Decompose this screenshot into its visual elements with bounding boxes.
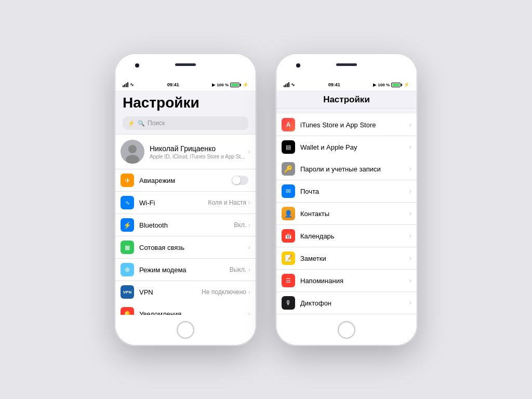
hotspot-value: Выкл.: [230, 266, 246, 273]
location-icon-1: ▶: [212, 83, 215, 87]
settings-group-1: ✈ Авиарежим ∿ Wi-Fi Коля и Настя: [115, 169, 256, 303]
notes-chevron: ›: [409, 255, 411, 262]
passwords-icon: 🔑: [282, 162, 295, 176]
wifi-icon-2: ∿: [291, 82, 295, 87]
search-icon-1: ⚡: [128, 120, 135, 127]
iphone-bottom-1: [115, 315, 256, 345]
wifi-chevron: ›: [248, 199, 250, 206]
settings-item-wifi[interactable]: ∿ Wi-Fi Коля и Настя ›: [115, 192, 256, 214]
wallet-label: Wallet и Apple Pay: [300, 143, 409, 151]
notifications-icon: 🔔: [121, 307, 134, 315]
charge-icon-1: ⚡: [243, 82, 248, 87]
settings-item-calendar[interactable]: 📅 Календарь ›: [276, 225, 417, 247]
settings-group-2: 🔔 Уведомления ›: [115, 303, 256, 315]
mail-chevron: ›: [409, 188, 411, 195]
contacts-label: Контакты: [300, 210, 409, 218]
settings-item-bluetooth[interactable]: ⚡ Bluetooth Вкл. ›: [115, 214, 256, 236]
settings-item-vpn[interactable]: VPN VPN Не подключено ›: [115, 281, 256, 303]
settings-item-voice[interactable]: 🎙 Диктофон ›: [276, 292, 417, 314]
settings-item-passwords[interactable]: 🔑 Пароли и учетные записи ›: [276, 158, 417, 180]
settings-item-mail[interactable]: ✉ Почта ›: [276, 180, 417, 203]
notifications-chevron: ›: [248, 310, 250, 315]
wallet-icon: ▤: [282, 140, 295, 154]
screen-2: Настройки A iTunes Store и App Store › ▤: [276, 90, 417, 315]
status-left-2: ∿: [284, 82, 295, 87]
vpn-chevron: ›: [248, 288, 250, 296]
status-right-2: ▶ 100 % ⚡: [373, 82, 409, 87]
svg-point-1: [128, 145, 137, 153]
profile-sub-1: Apple ID, iCloud, iTunes Store и App St.…: [150, 154, 248, 159]
passwords-label: Пароли и учетные записи: [300, 165, 409, 173]
cellular-label: Сотовая связь: [139, 244, 248, 251]
reminders-chevron: ›: [409, 277, 411, 284]
itunes-label: iTunes Store и App Store: [300, 121, 409, 129]
calendar-label: Календарь: [300, 232, 409, 240]
page-title-1: Настройки: [115, 90, 256, 114]
status-right-1: ▶ 100 % ⚡: [212, 82, 248, 87]
settings-item-contacts[interactable]: 👤 Контакты ›: [276, 203, 417, 225]
notifications-label: Уведомления: [139, 310, 248, 315]
vpn-icon: VPN: [121, 285, 134, 299]
vpn-value: Не подключено: [202, 288, 246, 296]
iphone-top-1: [115, 54, 256, 79]
notes-icon: 📝: [282, 251, 295, 265]
home-button-1[interactable]: [177, 321, 194, 339]
settings-item-reminders[interactable]: ☰ Напоминания ›: [276, 270, 417, 292]
contacts-icon: 👤: [282, 207, 295, 220]
wifi-value: Коля и Настя: [208, 199, 246, 206]
settings-item-itunes[interactable]: A iTunes Store и App Store ›: [276, 114, 417, 136]
notes-label: Заметки: [300, 255, 409, 262]
battery-1: [230, 83, 241, 87]
contacts-chevron: ›: [409, 210, 411, 217]
signal-bars-2: [284, 82, 289, 87]
bluetooth-chevron: ›: [248, 221, 250, 229]
camera-2: [296, 63, 300, 68]
hotspot-icon: ⊕: [121, 263, 134, 276]
settings-item-airplane[interactable]: ✈ Авиарежим: [115, 169, 256, 192]
passwords-chevron: ›: [409, 165, 411, 172]
voice-icon: 🎙: [282, 296, 295, 310]
charge-icon-2: ⚡: [404, 82, 409, 87]
cellular-icon: ▦: [121, 241, 134, 254]
vpn-label: VPN: [139, 288, 202, 296]
search-magnifier-1: 🔍: [138, 120, 145, 127]
battery-text-1: 100 %: [217, 83, 229, 87]
speaker-2: [336, 63, 357, 66]
profile-row-1[interactable]: Николай Грицаенко Apple ID, iCloud, iTun…: [115, 134, 256, 169]
search-bar-1[interactable]: ⚡ 🔍 Поиск: [123, 116, 248, 130]
airplane-icon: ✈: [121, 174, 134, 187]
iphone-bottom-2: [276, 315, 417, 345]
calendar-icon: 📅: [282, 229, 295, 243]
screen-1: Настройки ⚡ 🔍 Поиск: [115, 90, 256, 315]
settings-item-hotspot[interactable]: ⊕ Режим модема Выкл. ›: [115, 259, 256, 281]
wifi-label: Wi-Fi: [139, 199, 208, 207]
battery-2: [391, 83, 402, 87]
iphone-top-2: [276, 54, 417, 79]
mail-label: Почта: [300, 188, 409, 195]
phones-container: ∿ 09:41 ▶ 100 % ⚡ На: [115, 54, 417, 345]
settings-group-3: A iTunes Store и App Store › ▤ Wallet и …: [276, 114, 417, 158]
calendar-chevron: ›: [409, 232, 411, 240]
settings-item-wallet[interactable]: ▤ Wallet и Apple Pay ›: [276, 136, 417, 158]
time-1: 09:41: [167, 82, 179, 87]
home-button-2[interactable]: [338, 321, 355, 339]
itunes-chevron: ›: [409, 121, 411, 128]
voice-chevron: ›: [409, 299, 411, 307]
hotspot-label: Режим модема: [139, 266, 230, 274]
profile-info-1: Николай Грицаенко Apple ID, iCloud, iTun…: [150, 144, 248, 159]
bluetooth-label: Bluetooth: [139, 221, 234, 229]
wifi-icon-1: ∿: [130, 82, 134, 87]
settings-item-notes[interactable]: 📝 Заметки ›: [276, 247, 417, 270]
nav-title-2: Настройки: [284, 95, 409, 105]
settings-item-cellular[interactable]: ▦ Сотовая связь ›: [115, 236, 256, 259]
status-bar-2: ∿ 09:41 ▶ 100 % ⚡: [276, 79, 417, 90]
profile-chevron-1: ›: [248, 148, 250, 155]
bluetooth-value: Вкл.: [234, 221, 246, 229]
voice-label: Диктофон: [300, 299, 409, 307]
wifi-settings-icon: ∿: [121, 196, 134, 209]
settings-item-notifications[interactable]: 🔔 Уведомления ›: [115, 303, 256, 315]
airplane-toggle[interactable]: [232, 176, 248, 185]
time-2: 09:41: [328, 82, 340, 87]
location-icon-2: ▶: [373, 83, 376, 87]
search-placeholder-1: Поиск: [148, 119, 165, 127]
